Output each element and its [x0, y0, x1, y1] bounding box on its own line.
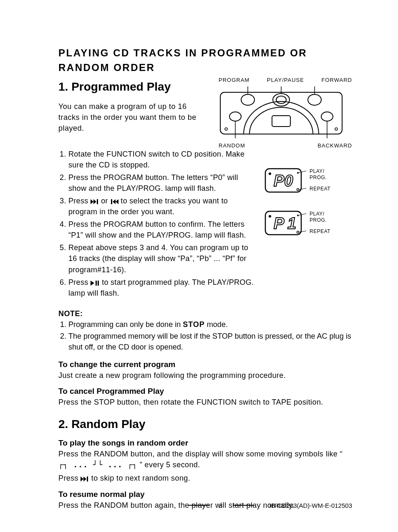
svg-line-32	[298, 213, 306, 215]
cancel-program-text: Press the STOP button, then rotate the F…	[58, 397, 352, 408]
svg-point-6	[229, 112, 241, 121]
svg-point-7	[321, 112, 333, 121]
cancel-program-heading: To cancel Programmed Play	[58, 387, 352, 396]
panel-illustration	[219, 84, 344, 138]
svg-line-24	[298, 170, 306, 173]
svg-text:1: 1	[287, 215, 296, 232]
section-2-heading: 2. Random Play	[58, 418, 352, 431]
svg-point-4	[276, 96, 286, 104]
svg-point-9	[335, 128, 338, 130]
lcd1-playprog-label: PLAY/ PROG.	[310, 211, 330, 223]
moving-symbols: ┌┐ ... ┘└ ... ┌┐	[58, 460, 137, 469]
control-panel-diagram: PROGRAM PLAY/PAUSE FORWARD	[219, 77, 352, 149]
note-heading: NOTE:	[58, 309, 352, 318]
page-footer: 8 IB-CD203(AD)-WM-E-012503	[58, 502, 352, 509]
svg-point-5	[308, 94, 321, 105]
section-1-intro: You can make a program of up to 16 track…	[58, 101, 206, 134]
step-6: Press to start programmed play. The PLAY…	[68, 277, 256, 299]
lcd-display-p0: P0 PLAY/ PROG. REPEAT	[264, 167, 352, 194]
svg-point-27	[269, 215, 271, 218]
note-2: The programmed memory will be lost if th…	[68, 331, 352, 352]
svg-point-28	[297, 231, 299, 233]
change-program-text: Just create a new program following the …	[58, 370, 352, 381]
svg-point-2	[241, 94, 254, 105]
label-forward: FORWARD	[322, 77, 352, 83]
skip-forward-icon	[91, 199, 99, 204]
svg-text:P0: P0	[274, 172, 293, 190]
svg-text:P: P	[274, 215, 285, 232]
svg-point-21	[297, 188, 299, 190]
skip-backward-icon	[110, 199, 118, 204]
page-number: 8	[217, 502, 225, 509]
svg-line-33	[299, 231, 306, 232]
svg-rect-15	[97, 199, 98, 204]
page-title: PLAYING CD TRACKS IN PROGRAMMED OR RANDO…	[58, 46, 352, 75]
lcd0-playprog-label: PLAY/ PROG.	[310, 168, 330, 181]
skip-forward-icon	[81, 476, 89, 481]
lcd1-repeat-label: REPEAT	[310, 228, 330, 235]
step-1: Rotate the FUNCTION switch to CD positio…	[68, 149, 256, 170]
random-play-text: Press the RANDOM button, and the display…	[58, 448, 352, 470]
programmed-play-steps: Rotate the FUNCTION switch to CD positio…	[58, 149, 256, 299]
step-5: Repeat above steps 3 and 4. You can prog…	[68, 242, 256, 275]
lcd0-repeat-label: REPEAT	[310, 186, 330, 192]
lcd-display-p1: P 1 PLAY/ PROG. REPEAT	[264, 210, 352, 236]
svg-rect-1	[272, 116, 290, 127]
step-3: Press or to select the tracks you want t…	[68, 195, 256, 217]
svg-rect-16	[111, 199, 112, 204]
svg-rect-17	[96, 281, 97, 286]
label-play-pause: PLAY/PAUSE	[267, 77, 304, 83]
document-id: IB-CD203(AD)-WM-E-012503	[270, 502, 352, 509]
skip-text: Press to skip to next random song.	[58, 473, 352, 484]
svg-line-25	[299, 188, 306, 190]
step-2: Press the PROGRAM button. The letters “P…	[68, 172, 256, 194]
label-random: RANDOM	[219, 142, 245, 149]
resume-heading: To resume normal play	[58, 490, 352, 499]
footer-rule-left	[188, 505, 209, 506]
footer-rule-right	[233, 505, 254, 506]
label-program: PROGRAM	[219, 77, 249, 83]
svg-rect-18	[98, 281, 99, 286]
svg-point-20	[269, 172, 271, 175]
note-1: Programming can only be done in STOP mod…	[68, 319, 352, 330]
label-backward: BACKWARD	[317, 142, 352, 149]
change-program-heading: To change the current program	[58, 360, 352, 369]
play-pause-icon	[91, 281, 100, 286]
section-1-heading: 1. Programmed Play	[58, 80, 206, 94]
svg-rect-0	[220, 92, 342, 134]
step-4: Press the PROGRAM button to confirm. The…	[68, 219, 256, 241]
svg-point-3	[273, 94, 290, 106]
random-play-heading: To play the songs in random order	[58, 438, 352, 448]
svg-point-8	[225, 128, 227, 130]
note-list: Programming can only be done in STOP mod…	[58, 319, 352, 352]
svg-rect-34	[87, 476, 88, 481]
